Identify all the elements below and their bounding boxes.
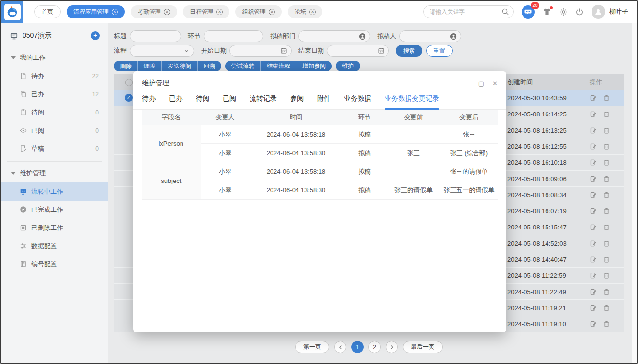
delete-row-button[interactable] — [603, 159, 610, 166]
edit-button[interactable] — [590, 159, 597, 166]
flow-select[interactable] — [130, 45, 194, 57]
drafter-input[interactable] — [399, 30, 461, 42]
delete-row-button[interactable] — [603, 94, 610, 102]
modal-tab-read[interactable]: 已阅 — [223, 94, 236, 109]
add-reader-button[interactable]: 增加参阅 — [296, 61, 332, 71]
theme-button[interactable] — [543, 7, 551, 16]
close-tab-icon[interactable]: ✕ — [164, 9, 170, 15]
sidebar-item-number-config[interactable]: 编号配置 — [1, 255, 108, 273]
delete-button[interactable]: 删除 — [114, 61, 138, 71]
edit-button[interactable] — [590, 240, 597, 247]
search-button[interactable]: 搜索 — [396, 45, 422, 57]
section-maintenance[interactable]: 维护管理 — [1, 163, 108, 182]
sidebar-item-draft[interactable]: 草稿 0 — [1, 139, 108, 158]
close-tab-icon[interactable]: ✕ — [309, 9, 316, 15]
nav-tab-home[interactable]: 首页 — [34, 5, 61, 18]
edit-button[interactable] — [590, 288, 597, 296]
person-circle-icon[interactable] — [450, 33, 457, 40]
delete-row-button[interactable] — [603, 175, 610, 182]
user-menu[interactable]: 柳叶子 — [592, 5, 628, 19]
sidebar-item-deleted-work[interactable]: 已删除工作 — [1, 219, 108, 237]
modal-tab-flow-record[interactable]: 流转记录 — [250, 94, 277, 109]
edit-button[interactable] — [590, 111, 597, 118]
edit-button[interactable] — [590, 256, 597, 263]
delete-row-button[interactable] — [603, 143, 610, 150]
scrollbar[interactable] — [632, 23, 637, 364]
edit-button[interactable] — [590, 191, 597, 199]
maintain-button[interactable]: 维护 — [336, 61, 360, 71]
delete-row-button[interactable] — [603, 240, 610, 247]
sidebar-item-completed-work[interactable]: 已完成工作 — [1, 201, 108, 219]
next-page-button[interactable] — [386, 341, 398, 353]
app-logo[interactable] — [1, 1, 23, 23]
try-flow-button[interactable]: 尝试流转 — [225, 61, 261, 71]
nav-tab-process-app[interactable]: 流程应用管理✕ — [67, 5, 125, 18]
page-button-1[interactable]: 1 — [351, 341, 364, 353]
settings-button[interactable] — [559, 8, 568, 16]
search-icon[interactable] — [501, 8, 509, 16]
calendar-icon[interactable] — [280, 47, 287, 54]
nav-tab-attendance[interactable]: 考勤管理✕ — [131, 5, 177, 18]
rollback-button[interactable]: 回溯 — [198, 61, 221, 71]
dispatch-button[interactable]: 调度 — [138, 61, 162, 71]
page-button-2[interactable]: 2 — [368, 341, 381, 353]
modal-tab-todo[interactable]: 待办 — [142, 94, 156, 109]
sidebar-item-done[interactable]: 已办 12 — [1, 85, 108, 103]
messages-button[interactable]: 20 — [522, 5, 535, 19]
start-date-input[interactable] — [229, 45, 292, 57]
edit-button[interactable] — [590, 320, 597, 328]
sidebar-item-todo[interactable]: 待办 22 — [1, 67, 108, 85]
modal-tab-attachment[interactable]: 附件 — [317, 94, 331, 109]
logout-button[interactable] — [575, 8, 584, 16]
close-tab-icon[interactable]: ✕ — [269, 9, 275, 15]
sidebar-item-in-flow-work[interactable]: 流转中工作 — [1, 182, 108, 201]
delete-row-button[interactable] — [603, 304, 610, 312]
sidebar-item-read[interactable]: 已阅 0 — [1, 121, 108, 139]
global-search-input[interactable] — [423, 5, 514, 18]
delete-row-button[interactable] — [603, 207, 610, 215]
reset-button[interactable]: 重置 — [426, 45, 453, 57]
sidebar-item-to-read[interactable]: 待阅 0 — [1, 103, 108, 121]
delete-row-button[interactable] — [603, 224, 610, 231]
section-my-work[interactable]: 我的工作 — [1, 47, 108, 67]
delete-row-button[interactable] — [603, 288, 610, 296]
first-page-button[interactable]: 第一页 — [295, 341, 329, 353]
modal-tab-reference[interactable]: 参阅 — [290, 94, 304, 109]
delete-row-button[interactable] — [603, 127, 610, 134]
select-all-checkbox[interactable] — [125, 79, 133, 86]
edit-button[interactable] — [590, 143, 597, 150]
modal-tab-business-data[interactable]: 业务数据 — [344, 94, 371, 109]
maximize-icon[interactable]: ▢ — [478, 80, 484, 87]
close-tab-icon[interactable]: ✕ — [112, 9, 118, 15]
calendar-icon[interactable] — [378, 47, 385, 54]
delete-row-button[interactable] — [603, 191, 610, 199]
add-workspace-button[interactable]: + — [91, 31, 100, 40]
delete-row-button[interactable] — [603, 256, 610, 263]
prev-page-button[interactable] — [334, 341, 346, 353]
delete-row-button[interactable] — [603, 111, 610, 118]
edit-button[interactable] — [590, 304, 597, 312]
sidebar-item-data-config[interactable]: 数据配置 — [1, 237, 108, 255]
nav-tab-schedule[interactable]: 日程管理✕ — [183, 5, 229, 18]
draft-dept-input[interactable] — [298, 30, 370, 42]
modal-tab-done[interactable]: 已办 — [169, 94, 182, 109]
nav-tab-forum[interactable]: 论坛✕ — [288, 5, 322, 18]
end-flow-button[interactable]: 结束流程 — [261, 61, 296, 71]
send-to-read-button[interactable]: 发送待阅 — [162, 61, 198, 71]
end-date-input[interactable] — [327, 45, 389, 57]
close-tab-icon[interactable]: ✕ — [216, 9, 223, 15]
edit-button[interactable] — [590, 207, 597, 215]
modal-tab-business-data-change-log[interactable]: 业务数据变更记录 — [385, 94, 439, 109]
step-input[interactable] — [204, 30, 263, 42]
edit-button[interactable] — [590, 272, 597, 279]
delete-row-button[interactable] — [603, 320, 610, 328]
edit-button[interactable] — [590, 127, 597, 134]
modal-tab-to-read[interactable]: 待阅 — [196, 94, 209, 109]
close-icon[interactable]: ✕ — [492, 80, 498, 87]
edit-button[interactable] — [590, 224, 597, 231]
row-checkbox-checked[interactable]: ✓ — [125, 94, 133, 102]
edit-button[interactable] — [590, 94, 597, 102]
nav-tab-organization[interactable]: 组织管理✕ — [235, 5, 282, 18]
delete-row-button[interactable] — [603, 272, 610, 279]
person-circle-icon[interactable] — [359, 33, 366, 40]
